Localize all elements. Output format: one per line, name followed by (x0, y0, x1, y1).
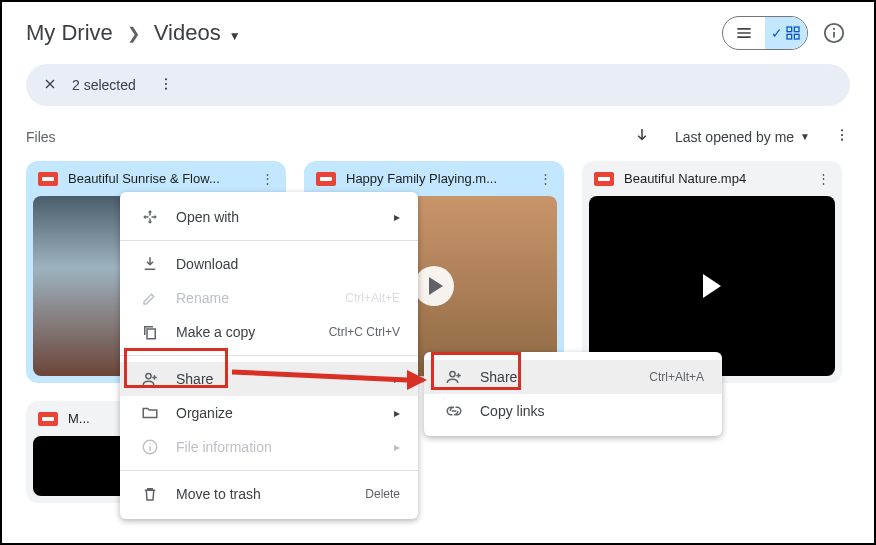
more-vertical-icon (158, 76, 174, 92)
sort-direction-button[interactable] (633, 126, 651, 147)
menu-move-to-trash[interactable]: Move to trash Delete (120, 477, 418, 511)
check-icon: ✓ (771, 25, 783, 41)
svg-rect-3 (794, 34, 799, 39)
menu-download[interactable]: Download (120, 247, 418, 281)
info-icon (141, 438, 159, 456)
menu-label: Copy links (480, 403, 704, 419)
sort-dropdown[interactable]: Last opened by me ▼ (675, 129, 810, 145)
menu-rename: Rename Ctrl+Alt+E (120, 281, 418, 315)
chevron-right-icon: ▸ (394, 210, 400, 224)
play-icon (414, 266, 454, 306)
download-icon (141, 255, 159, 273)
share-submenu: Share Ctrl+Alt+A Copy links (424, 352, 722, 436)
svg-point-9 (165, 87, 167, 89)
menu-shortcut: Ctrl+C Ctrl+V (329, 325, 400, 339)
menu-divider (120, 470, 418, 471)
breadcrumb-root[interactable]: My Drive (26, 20, 113, 46)
info-button[interactable] (818, 17, 850, 49)
breadcrumb-folder[interactable]: Videos ▼ (154, 20, 241, 46)
selection-count: 2 selected (72, 77, 136, 93)
chevron-right-icon: ▸ (394, 406, 400, 420)
menu-open-with[interactable]: Open with ▸ (120, 200, 418, 234)
menu-divider (120, 240, 418, 241)
arrow-down-icon (633, 126, 651, 144)
menu-label: Download (176, 256, 400, 272)
folder-icon (141, 404, 159, 422)
svg-rect-0 (787, 27, 792, 32)
play-icon (703, 274, 721, 298)
person-add-icon (445, 368, 463, 386)
video-file-icon (594, 172, 614, 186)
menu-label: File information (176, 439, 394, 455)
svg-point-11 (841, 134, 843, 136)
svg-point-7 (165, 78, 167, 80)
menu-label: Open with (176, 209, 394, 225)
clear-selection-button[interactable] (42, 76, 58, 95)
grid-icon (785, 25, 801, 41)
menu-label: Organize (176, 405, 394, 421)
chevron-right-icon: ▸ (394, 372, 400, 386)
file-card-menu-button[interactable]: ⋮ (539, 171, 552, 186)
chevron-right-icon: ▸ (394, 440, 400, 454)
menu-file-info: File information ▸ (120, 430, 418, 464)
svg-rect-13 (147, 329, 155, 339)
person-add-icon (141, 370, 159, 388)
file-card[interactable]: Beautiful Nature.mp4 ⋮ (582, 161, 842, 383)
menu-label: Move to trash (176, 486, 365, 502)
svg-point-12 (841, 139, 843, 141)
svg-rect-2 (787, 34, 792, 39)
close-icon (42, 76, 58, 92)
breadcrumb-folder-label: Videos (154, 20, 221, 45)
svg-point-17 (149, 443, 151, 445)
file-card-menu-button[interactable]: ⋮ (817, 171, 830, 186)
file-title: Happy Family Playing.m... (346, 171, 539, 186)
trash-icon (141, 485, 159, 503)
svg-point-6 (833, 28, 835, 30)
caret-down-icon: ▼ (800, 131, 810, 142)
svg-point-8 (165, 82, 167, 84)
file-title: Beautiful Nature.mp4 (624, 171, 817, 186)
list-icon (734, 23, 754, 43)
copy-icon (141, 323, 159, 341)
breadcrumb: My Drive ❯ Videos ▼ (26, 20, 241, 46)
files-more-button[interactable] (834, 127, 850, 146)
menu-label: Share (480, 369, 649, 385)
svg-point-18 (450, 371, 455, 376)
video-file-icon (316, 172, 336, 186)
menu-organize[interactable]: Organize ▸ (120, 396, 418, 430)
menu-shortcut: Ctrl+Alt+E (345, 291, 400, 305)
more-vertical-icon (834, 127, 850, 143)
svg-point-10 (841, 129, 843, 131)
menu-label: Make a copy (176, 324, 329, 340)
video-file-icon (38, 172, 58, 186)
menu-shortcut: Ctrl+Alt+A (649, 370, 704, 384)
info-icon (823, 22, 845, 44)
open-with-icon (141, 208, 159, 226)
submenu-share[interactable]: Share Ctrl+Alt+A (424, 360, 722, 394)
files-section-label: Files (26, 129, 56, 145)
menu-label: Rename (176, 290, 345, 306)
link-icon (445, 402, 463, 420)
grid-view-button[interactable]: ✓ (765, 17, 807, 49)
file-thumbnail[interactable] (589, 196, 835, 376)
submenu-copy-links[interactable]: Copy links (424, 394, 722, 428)
sort-label: Last opened by me (675, 129, 794, 145)
list-view-button[interactable] (723, 17, 765, 49)
pencil-icon (141, 289, 159, 307)
file-card-menu-button[interactable]: ⋮ (261, 171, 274, 186)
context-menu: Open with ▸ Download Rename Ctrl+Alt+E M… (120, 192, 418, 519)
selection-bar: 2 selected (26, 64, 850, 106)
view-toggle: ✓ (722, 16, 808, 50)
menu-divider (120, 355, 418, 356)
video-file-icon (38, 412, 58, 426)
file-title: Beautiful Sunrise & Flow... (68, 171, 261, 186)
chevron-right-icon: ❯ (127, 24, 140, 43)
menu-label: Share (176, 371, 394, 387)
menu-make-copy[interactable]: Make a copy Ctrl+C Ctrl+V (120, 315, 418, 349)
caret-down-icon: ▼ (229, 29, 241, 43)
svg-point-14 (146, 373, 151, 378)
menu-share[interactable]: Share ▸ (120, 362, 418, 396)
selection-more-button[interactable] (158, 76, 174, 95)
menu-shortcut: Delete (365, 487, 400, 501)
svg-rect-1 (794, 27, 799, 32)
